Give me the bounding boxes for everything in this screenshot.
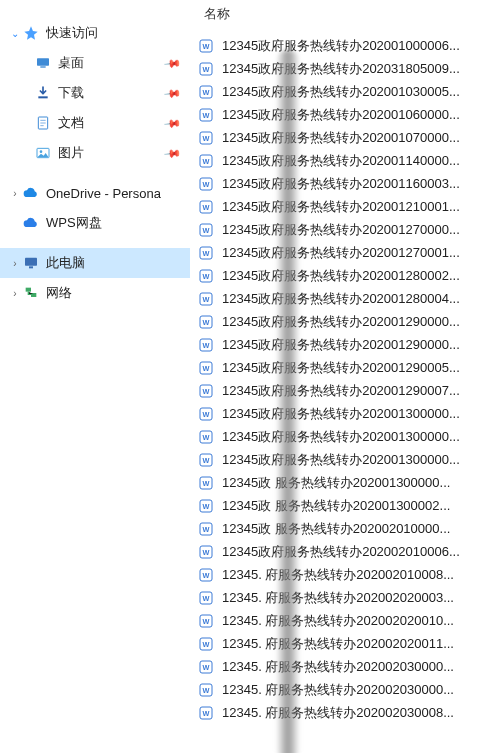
- svg-text:W: W: [203, 87, 210, 96]
- file-name: 12345. 府服务热线转办202002030000...: [222, 658, 454, 676]
- picture-icon: [34, 144, 52, 162]
- file-row[interactable]: W12345政 服务热线转办202001300000...: [190, 471, 503, 494]
- file-row[interactable]: W12345政府服务热线转办202001290007...: [190, 379, 503, 402]
- svg-text:W: W: [203, 409, 210, 418]
- word-document-icon: W: [198, 360, 214, 376]
- svg-rect-2: [38, 96, 47, 98]
- network-icon: [22, 284, 40, 302]
- word-document-icon: W: [198, 314, 214, 330]
- file-row[interactable]: W12345. 府服务热线转办202002030000...: [190, 678, 503, 701]
- file-name: 12345. 府服务热线转办202002010008...: [222, 566, 454, 584]
- file-name: 12345政府服务热线转办202001280002...: [222, 267, 460, 285]
- file-row[interactable]: W12345政 服务热线转办202002010000...: [190, 517, 503, 540]
- file-name: 12345. 府服务热线转办202002030000...: [222, 681, 454, 699]
- wps-item[interactable]: WPS网盘: [0, 208, 190, 238]
- word-document-icon: W: [198, 291, 214, 307]
- sidebar-item[interactable]: 图片📌: [0, 138, 190, 168]
- file-row[interactable]: W12345. 府服务热线转办202002020011...: [190, 632, 503, 655]
- file-row[interactable]: W12345政府服务热线转办202001270001...: [190, 241, 503, 264]
- file-row[interactable]: W12345政府服务热线转办202001000006...: [190, 34, 503, 57]
- word-document-icon: W: [198, 176, 214, 192]
- chevron-right-icon: ›: [8, 188, 22, 199]
- svg-text:W: W: [203, 41, 210, 50]
- file-name: 12345政府服务热线转办202001140000...: [222, 152, 460, 170]
- svg-text:W: W: [203, 317, 210, 326]
- word-document-icon: W: [198, 659, 214, 675]
- file-row[interactable]: W12345政府服务热线转办202001300000...: [190, 425, 503, 448]
- svg-rect-0: [37, 58, 49, 65]
- this-pc-item[interactable]: › 此电脑: [0, 248, 190, 278]
- sidebar-item[interactable]: 文档📌: [0, 108, 190, 138]
- file-row[interactable]: W12345. 府服务热线转办202002020010...: [190, 609, 503, 632]
- file-row[interactable]: W12345政 服务热线转办202001300002...: [190, 494, 503, 517]
- sidebar-item-label: 下载: [58, 84, 166, 102]
- svg-text:W: W: [203, 524, 210, 533]
- file-row[interactable]: W12345政府服务热线转办202001030005...: [190, 80, 503, 103]
- file-name: 12345. 府服务热线转办202002020010...: [222, 612, 454, 630]
- file-name: 12345政 服务热线转办202001300000...: [222, 474, 450, 492]
- file-name: 12345政府服务热线转办202001290000...: [222, 336, 460, 354]
- file-row[interactable]: W12345政府服务热线转办202001290000...: [190, 310, 503, 333]
- svg-rect-1: [40, 66, 45, 67]
- svg-text:W: W: [203, 386, 210, 395]
- star-icon: [22, 24, 40, 42]
- column-header-name[interactable]: 名称: [190, 0, 503, 28]
- onedrive-item[interactable]: › OneDrive - Persona: [0, 178, 190, 208]
- monitor-icon: [22, 254, 40, 272]
- navigation-pane: ⌄ 快速访问 桌面📌下载📌文档📌图片📌 › OneDrive - Persona…: [0, 0, 190, 753]
- word-document-icon: W: [198, 337, 214, 353]
- quick-access[interactable]: ⌄ 快速访问: [0, 18, 190, 48]
- word-document-icon: W: [198, 429, 214, 445]
- file-name: 12345政府服务热线转办202001300000...: [222, 451, 460, 469]
- file-row[interactable]: W12345政府服务热线转办202031805009...: [190, 57, 503, 80]
- pin-icon: 📌: [163, 144, 182, 163]
- file-name: 12345. 府服务热线转办202002030008...: [222, 704, 454, 722]
- svg-text:W: W: [203, 340, 210, 349]
- file-name: 12345政府服务热线转办202001280004...: [222, 290, 460, 308]
- file-row[interactable]: W12345政府服务热线转办202001300000...: [190, 448, 503, 471]
- cloud-icon: [22, 184, 40, 202]
- svg-text:W: W: [203, 708, 210, 717]
- file-row[interactable]: W12345. 府服务热线转办202002030000...: [190, 655, 503, 678]
- file-name: 12345政府服务热线转办202031805009...: [222, 60, 460, 78]
- this-pc-label: 此电脑: [46, 254, 190, 272]
- svg-text:W: W: [203, 478, 210, 487]
- file-row[interactable]: W12345政府服务热线转办202001290000...: [190, 333, 503, 356]
- file-name: 12345政 服务热线转办202001300002...: [222, 497, 450, 515]
- file-row[interactable]: W12345. 府服务热线转办202002010008...: [190, 563, 503, 586]
- svg-text:W: W: [203, 225, 210, 234]
- word-document-icon: W: [198, 107, 214, 123]
- svg-text:W: W: [203, 156, 210, 165]
- file-row[interactable]: W12345政府服务热线转办202001070000...: [190, 126, 503, 149]
- word-document-icon: W: [198, 61, 214, 77]
- file-row[interactable]: W12345政府服务热线转办202001300000...: [190, 402, 503, 425]
- file-row[interactable]: W12345. 府服务热线转办202002020003...: [190, 586, 503, 609]
- file-row[interactable]: W12345政府服务热线转办202001280002...: [190, 264, 503, 287]
- svg-text:W: W: [203, 432, 210, 441]
- word-document-icon: W: [198, 130, 214, 146]
- svg-text:W: W: [203, 202, 210, 211]
- file-row[interactable]: W12345政府服务热线转办202002010006...: [190, 540, 503, 563]
- word-document-icon: W: [198, 383, 214, 399]
- network-item[interactable]: › 网络: [0, 278, 190, 308]
- word-document-icon: W: [198, 705, 214, 721]
- file-name: 12345政府服务热线转办202001290007...: [222, 382, 460, 400]
- file-row[interactable]: W12345. 府服务热线转办202002030008...: [190, 701, 503, 724]
- file-row[interactable]: W12345政府服务热线转办202001140000...: [190, 149, 503, 172]
- svg-text:W: W: [203, 179, 210, 188]
- sidebar-item-label: 文档: [58, 114, 166, 132]
- file-row[interactable]: W12345政府服务热线转办202001280004...: [190, 287, 503, 310]
- file-row[interactable]: W12345政府服务热线转办202001270000...: [190, 218, 503, 241]
- svg-text:W: W: [203, 616, 210, 625]
- file-row[interactable]: W12345政府服务热线转办202001210001...: [190, 195, 503, 218]
- file-row[interactable]: W12345政府服务热线转办202001160003...: [190, 172, 503, 195]
- file-name: 12345政府服务热线转办202001270001...: [222, 244, 460, 262]
- svg-text:W: W: [203, 662, 210, 671]
- onedrive-label: OneDrive - Persona: [46, 186, 190, 201]
- sidebar-item[interactable]: 桌面📌: [0, 48, 190, 78]
- sidebar-item[interactable]: 下载📌: [0, 78, 190, 108]
- file-row[interactable]: W12345政府服务热线转办202001060000...: [190, 103, 503, 126]
- doc-icon: [34, 114, 52, 132]
- file-row[interactable]: W12345政府服务热线转办202001290005...: [190, 356, 503, 379]
- word-document-icon: W: [198, 682, 214, 698]
